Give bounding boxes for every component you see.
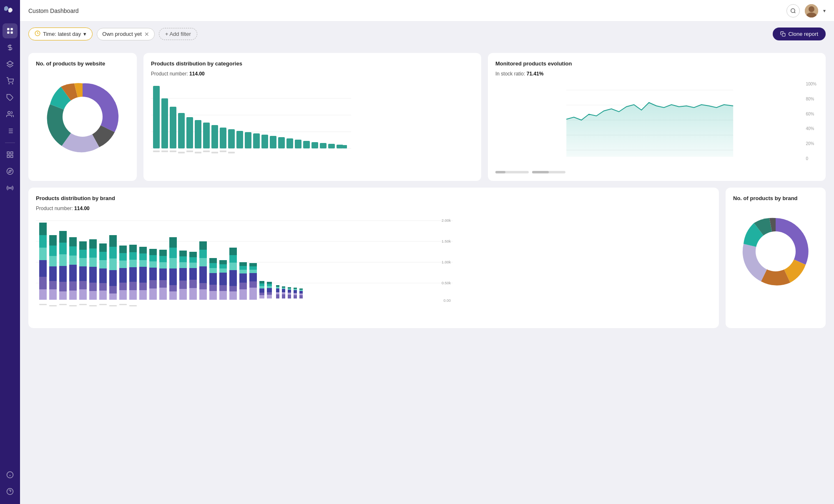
svg-rect-210 [239,270,247,273]
sidebar-item-tag[interactable] [3,90,18,105]
svg-rect-50 [236,131,243,148]
svg-rect-243 [288,288,291,290]
clone-report-button[interactable]: Clone report [773,28,826,40]
avatar-chevron-icon[interactable]: ▾ [823,8,826,14]
sidebar-item-info[interactable] [3,467,18,482]
svg-rect-185 [199,250,207,258]
svg-rect-259 [59,304,67,305]
svg-rect-163 [159,268,167,280]
svg-rect-148 [139,247,147,253]
svg-rect-226 [267,282,272,284]
donut2-chart [738,214,813,289]
svg-rect-48 [220,128,226,148]
sidebar-item-help[interactable] [3,484,18,499]
svg-rect-260 [69,305,77,306]
evolution-y-axis: 100% 80% 60% 40% 20% 0 [804,82,818,161]
svg-rect-17 [11,152,13,154]
svg-rect-255 [299,293,303,295]
svg-rect-189 [199,289,207,300]
header: Custom Dashboard ▾ [20,0,834,22]
svg-rect-175 [179,268,187,281]
brand-bar-chart[interactable]: 2.00k 1.50k 1.00k 0.50k 0.00 [36,216,711,321]
svg-rect-103 [59,266,67,282]
sidebar-item-grid2[interactable] [3,147,18,162]
svg-rect-169 [169,268,177,285]
svg-rect-234 [276,288,279,292]
svg-rect-114 [79,258,87,266]
sidebar-item-dashboard[interactable] [3,23,18,38]
svg-rect-177 [179,289,187,300]
tag-filter-close-icon[interactable]: ✕ [144,31,149,38]
categories-bar-chart[interactable] [151,82,474,165]
avatar[interactable] [805,4,818,18]
svg-rect-244 [288,290,291,293]
svg-rect-71 [211,152,218,153]
top-cards-row: No. of products by website [28,53,826,181]
svg-rect-40 [153,86,160,148]
svg-rect-57 [295,140,301,148]
svg-rect-238 [282,288,285,289]
sidebar-item-dollar[interactable] [3,40,18,55]
svg-rect-73 [228,152,235,153]
y-label-60: 60% [806,112,816,116]
svg-rect-138 [119,261,127,268]
svg-rect-97 [49,266,57,281]
svg-rect-180 [189,263,197,268]
evolution-scrollbars [495,168,818,173]
svg-rect-112 [79,241,87,250]
svg-rect-209 [239,266,247,270]
sidebar-item-list[interactable] [3,123,18,138]
evolution-scrollbar-thumb-v[interactable] [532,171,549,173]
svg-rect-151 [139,267,147,283]
svg-rect-248 [294,289,297,290]
svg-rect-252 [299,288,303,290]
card3-subtitle: In stock ratio: 71.41% [495,71,818,77]
y-label-40: 40% [806,126,816,131]
svg-rect-54 [270,136,276,148]
svg-rect-16 [7,152,9,154]
svg-rect-44 [186,117,193,148]
tag-filter[interactable]: Own product yet ✕ [97,28,155,40]
search-button[interactable] [786,4,800,18]
svg-rect-102 [59,254,67,266]
sidebar-item-broadcast[interactable] [3,181,18,196]
card2-product-label: Product number: [151,71,188,77]
sidebar-item-compass[interactable] [3,164,18,179]
svg-point-20 [7,168,13,175]
svg-rect-220 [259,281,264,283]
svg-rect-119 [89,248,97,258]
add-filter-button[interactable]: + Add filter [159,28,197,40]
sidebar [0,0,20,504]
svg-rect-139 [119,268,127,283]
evolution-scrollbar-h[interactable] [495,171,529,173]
evolution-scrollbar-thumb-h[interactable] [495,171,505,173]
svg-rect-143 [129,252,137,260]
svg-rect-61 [328,144,335,148]
svg-rect-266 [129,305,137,306]
svg-rect-162 [159,262,167,268]
card-products-by-website: No. of products by website [28,53,137,181]
svg-rect-173 [179,256,187,262]
sidebar-item-persons[interactable] [3,107,18,122]
svg-rect-113 [79,250,87,258]
svg-rect-242 [288,287,291,288]
sidebar-item-layers[interactable] [3,57,18,72]
svg-rect-52 [253,133,260,148]
svg-rect-192 [209,268,217,273]
svg-marker-5 [7,61,13,65]
evolution-scrollbar-v[interactable] [532,171,565,173]
y-label-0: 0 [806,156,816,161]
sidebar-item-cart[interactable] [3,73,18,88]
svg-rect-133 [109,270,117,286]
card3-instock-label: In stock ratio: [495,71,525,77]
svg-rect-212 [239,283,247,289]
svg-rect-200 [219,285,227,291]
svg-rect-265 [119,304,127,305]
svg-rect-127 [99,268,107,283]
time-filter[interactable]: Time: latest day ▾ [28,28,93,40]
svg-rect-147 [129,290,137,300]
svg-rect-60 [320,143,327,148]
svg-rect-58 [303,141,310,148]
svg-rect-201 [219,291,227,300]
svg-point-35 [63,97,103,137]
